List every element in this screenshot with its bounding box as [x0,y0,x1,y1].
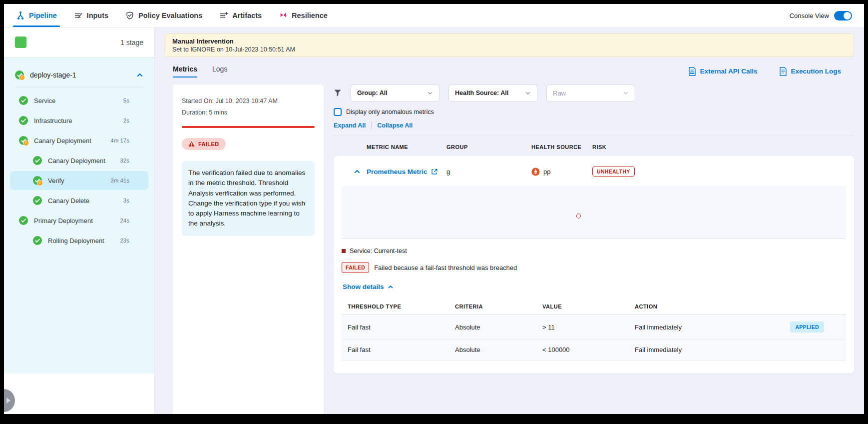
table-row: Fail fast Absolute > 11 Fail immediately… [342,315,846,340]
metrics-table-header: METRIC NAME GROUP HEALTH SOURCE RISK [334,136,854,156]
warning-triangle-icon [188,141,195,147]
metric-name-link[interactable]: Prometheus Metric [367,168,446,176]
anomalous-metrics-checkbox[interactable] [334,108,342,116]
collapse-all-link[interactable]: Collapse All [377,122,413,129]
external-link-icon [431,168,437,175]
legend-label: Service: Current-test [350,248,407,254]
resilience-icon [279,11,288,20]
risk-badge: UNHEALTHY [592,166,635,177]
api-doc-icon [688,67,696,76]
expand-all-link[interactable]: Expand All [334,122,366,129]
verification-message: The verification failed due to anomalies… [182,161,315,236]
metric-health-source: pp [531,168,592,176]
toggle-knob [844,12,851,20]
tab-policy-evaluations[interactable]: Policy Evaluations [125,4,202,27]
sidebar-collapse-handle[interactable] [4,389,15,412]
metric-card: Prometheus Metric g pp UNHEALTHY [334,156,854,374]
raw-filter-select[interactable]: Raw [546,84,635,102]
sidebar-item-primary-deployment[interactable]: Primary Deployment 24s [10,211,148,230]
group-filter-select[interactable]: Group: All [351,84,439,102]
stage-name: deploy-stage-1 [30,71,130,79]
console-view-label: Console View [790,12,829,20]
success-icon [19,116,28,125]
anomalous-data-point[interactable] [576,214,581,218]
thresholds-table: THRESHOLD TYPE CRITERIA VALUE ACTION Fai… [342,298,846,360]
show-details-link[interactable]: Show details [343,283,846,290]
duration: Duration: 5 mins [182,107,315,118]
health-source-filter-select[interactable]: Health Source: All [448,84,537,102]
chevron-down-icon [623,90,629,96]
manual-intervention-banner: Manual Intervention Set to IGNORE on 10-… [165,34,854,57]
divider [15,88,143,88]
chevron-up-icon[interactable] [354,168,361,175]
table-row: Fail fast Absolute < 100000 Fail immedia… [342,340,846,360]
success-icon [33,236,42,245]
tab-metrics[interactable]: Metrics [173,65,197,78]
success-with-warning-icon [33,176,42,185]
sidebar-item-rolling-deployment[interactable]: Rolling Deployment 23s [10,231,148,250]
verification-summary-card: Started On: Jul 10, 2023 10:47 AM Durati… [173,84,324,414]
prometheus-icon [531,168,540,176]
chevron-up-icon [388,284,394,290]
inputs-icon [74,11,83,20]
metric-row-prometheus: Prometheus Metric g pp UNHEALTHY [334,156,854,185]
chart-legend: Service: Current-test [342,248,846,254]
sidebar-item-infrastructure[interactable]: Infrastructure 2s [10,111,148,130]
sidebar-item-canary-deployment-group[interactable]: Canary Deployment 4m 17s [10,131,148,150]
failed-status-badge: FAILED [182,138,226,150]
app-window: Pipeline Inputs Policy Evaluations Artif… [4,4,864,414]
pipeline-icon [16,11,25,20]
console-view-toggle[interactable] [834,11,852,20]
divider [371,122,372,129]
policy-evaluations-icon [125,11,134,20]
failed-progress-bar [182,126,315,128]
started-on: Started On: Jul 10, 2023 10:47 AM [182,96,315,107]
filter-icon [334,89,342,97]
failed-badge: FAILED [342,262,369,273]
external-api-calls-link[interactable]: External API Calls [688,67,757,76]
artifacts-icon [219,11,228,20]
chevron-down-icon [427,90,433,96]
main-content: Manual Intervention Set to IGNORE on 10-… [155,28,864,414]
failed-message: Failed because a fail-fast threshold was… [374,264,517,272]
tab-pipeline[interactable]: Pipeline [16,4,57,27]
tab-resilience[interactable]: Resilience [279,4,328,27]
success-icon [19,216,28,225]
top-navigation-bar: Pipeline Inputs Policy Evaluations Artif… [4,4,864,28]
banner-title: Manual Intervention [172,38,847,45]
stage-list: deploy-stage-1 Service 5s Infrastructure… [4,58,154,374]
metrics-panel: Group: All Health Source: All Raw [334,84,854,414]
stage-status-square-icon [15,36,26,48]
legend-swatch [342,249,346,253]
metric-group: g [446,168,531,176]
sidebar-item-service[interactable]: Service 5s [10,91,148,110]
success-icon [19,96,28,105]
success-icon [33,196,42,205]
metric-chart [342,186,846,239]
logs-doc-icon [779,67,787,76]
success-icon [33,156,42,165]
anomalous-metrics-label: Display only anomalous metrics [346,108,434,116]
sidebar-item-canary-deployment[interactable]: Canary Deployment 32s [10,151,148,170]
applied-badge: APPLIED [790,322,824,332]
chevron-down-icon [525,90,531,96]
sidebar-header: 1 stage [4,28,154,58]
sidebar-item-verify[interactable]: Verify 3m 41s [10,171,148,190]
stage-row-deploy-stage-1[interactable]: deploy-stage-1 [4,62,154,88]
tab-artifacts[interactable]: Artifacts [219,4,262,27]
execution-sidebar: 1 stage deploy-stage-1 Service 5s [4,28,155,414]
banner-subtitle: Set to IGNORE on 10-Jul-2023 10:50:51 AM [172,46,847,53]
chevron-up-icon[interactable] [136,72,143,78]
stage-count: 1 stage [120,38,143,46]
success-with-warning-icon [19,136,28,145]
thresholds-table-header: THRESHOLD TYPE CRITERIA VALUE ACTION [342,298,846,315]
sidebar-item-canary-delete[interactable]: Canary Delete 3s [10,191,148,210]
metric-failed-row: FAILED Failed because a fail-fast thresh… [342,262,846,273]
chart-x-axis [342,238,846,239]
execution-logs-link[interactable]: Execution Logs [779,67,841,76]
tab-inputs[interactable]: Inputs [74,4,109,27]
success-with-warning-icon [15,70,24,80]
tab-logs[interactable]: Logs [212,65,227,78]
